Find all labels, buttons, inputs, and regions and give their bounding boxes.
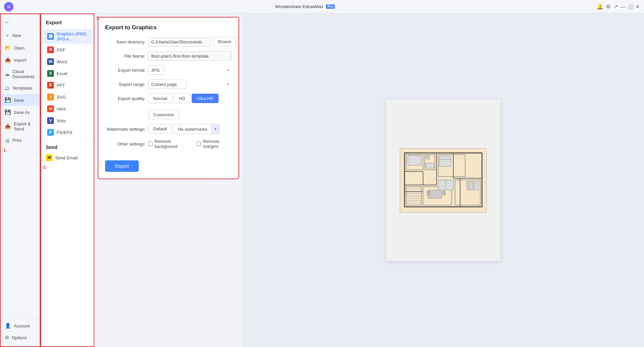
quality-hd-btn[interactable]: HD (174, 94, 190, 103)
nav-print-label: Print (12, 138, 22, 143)
nav-options[interactable]: ⚙ Options (1, 332, 40, 343)
title-bar-center: Wondershare EdrawMax Pro (275, 4, 335, 9)
toolbar-icon-grid[interactable]: ⚙ (606, 3, 611, 10)
export-form-panel: 3. Export to Graphics Save directory: Br… (98, 17, 239, 179)
remove-margins-checkbox[interactable]: Remove margins (197, 139, 232, 149)
watermark-dropdown-arrow[interactable]: ▾ (212, 124, 219, 134)
app-title: Wondershare EdrawMax (275, 4, 323, 9)
nav-account-label: Account (14, 323, 30, 328)
svg-rect-26 (443, 191, 445, 195)
nav-import[interactable]: 📥 Import (1, 54, 40, 66)
nav-save[interactable]: 💾 Save (1, 94, 40, 106)
step-2-label: 2. (41, 163, 94, 171)
export-item-graphics[interactable]: 🖼 Graphics (PNG, JPG e... (42, 29, 92, 44)
export-button[interactable]: Export (105, 160, 139, 172)
nav-save-label: Save (14, 98, 24, 103)
minimize-button[interactable]: — (620, 4, 625, 9)
export-item-ppt[interactable]: P PPT (42, 80, 92, 91)
back-button[interactable]: ← (1, 17, 40, 28)
nav-templates[interactable]: 🗂 Templates (1, 83, 40, 94)
save-directory-input[interactable] (148, 37, 211, 46)
save-as-icon: 💾 (5, 109, 11, 115)
export-format-label: Export format: (105, 68, 146, 73)
customize-button[interactable]: Customize (148, 110, 179, 119)
export-quality-label: Export quality: (105, 96, 146, 101)
export-item-visio[interactable]: V Visio (42, 115, 92, 126)
send-email[interactable]: ✉ Send Email (41, 152, 94, 163)
quality-normal-btn[interactable]: Normal (148, 94, 172, 103)
preview-area (243, 13, 644, 347)
ps-label: PS/EPS (57, 130, 72, 135)
export-item-excel[interactable]: X Excel (42, 68, 92, 79)
pdf-label: PDF (57, 48, 65, 53)
export-range-select[interactable]: Current page All pages Selected objects (148, 80, 187, 89)
export-range-select-wrap: Current page All pages Selected objects (148, 80, 232, 89)
remove-background-text: Remove background (155, 139, 190, 149)
nav-open-label: Open (14, 45, 25, 51)
title-bar-right: 🔔 ⚙ ↗ — ⬜ ✕ (597, 3, 640, 10)
export-item-word[interactable]: W Word (42, 56, 92, 67)
export-item-ps[interactable]: P PS/EPS (42, 127, 92, 138)
ps-icon: P (47, 129, 54, 136)
nav-save-as[interactable]: 💾 Save As (1, 106, 40, 118)
templates-icon: 🗂 (5, 85, 10, 91)
visio-label: Visio (57, 118, 66, 123)
step-3-label: 3. (96, 15, 100, 21)
browse-button[interactable]: Browse (214, 37, 236, 46)
nav-import-label: Import (14, 58, 26, 63)
svg-rect-24 (428, 190, 442, 198)
remove-margins-input[interactable] (197, 141, 201, 146)
nav-new[interactable]: ＋ New (1, 30, 40, 41)
account-icon: 👤 (5, 323, 11, 329)
watermark-label: Watermark settings: (105, 127, 146, 132)
remove-margins-text: Remove margins (203, 139, 232, 149)
export-form-title: Export to Graphics (105, 24, 232, 31)
save-icon: 💾 (5, 97, 11, 103)
file-name-label: File Name: (105, 54, 146, 59)
nav-print[interactable]: 🖨 Print (1, 135, 40, 146)
options-icon: ⚙ (5, 335, 9, 341)
visio-icon: V (47, 117, 54, 124)
nav-export-send-label: Export & Send (14, 121, 36, 131)
nav-templates-label: Templates (12, 86, 32, 91)
pro-badge: Pro (326, 4, 335, 9)
nav-cloud[interactable]: ☁ Cloud Documents (1, 66, 40, 82)
nav-export-send[interactable]: 📤 Export & Send (1, 119, 40, 134)
html-icon: H (47, 105, 54, 112)
import-icon: 📥 (5, 57, 11, 63)
export-item-pdf[interactable]: P PDF (42, 44, 92, 56)
toolbar-icon-share[interactable]: ↗ (613, 3, 618, 10)
nav-options-label: Options (12, 335, 27, 340)
other-settings-checkboxes: Remove background Remove margins (148, 139, 232, 149)
export-send-icon: 📤 (5, 123, 11, 129)
graphics-icon: 🖼 (47, 33, 54, 40)
svg-rect-16 (439, 156, 451, 159)
export-quality-row: Export quality: Normal HD Ultra HD Custo… (105, 94, 232, 119)
nav-open[interactable]: 📂 Open (1, 42, 40, 54)
nav-account[interactable]: 👤 Account (1, 320, 40, 332)
watermark-default-btn[interactable]: Default (148, 124, 172, 133)
toolbar-icon-bell[interactable]: 🔔 (597, 3, 603, 10)
svg-icon: S (47, 94, 54, 100)
nav-bottom: 👤 Account ⚙ Options (1, 318, 40, 344)
export-format-select[interactable]: JPG PNG BMP TIFF SVG (148, 65, 164, 75)
send-title: Send (41, 141, 94, 152)
close-button[interactable]: ✕ (635, 4, 640, 9)
quality-ultra-hd-btn[interactable]: Ultra HD (192, 94, 219, 103)
export-item-html[interactable]: H Html (42, 103, 92, 115)
html-label: Html (57, 106, 66, 112)
svg-rect-35 (438, 180, 453, 190)
watermark-group: Default No watermarks ▾ (148, 124, 220, 134)
export-btn-row: Export (105, 154, 232, 172)
svg-rect-13 (426, 163, 434, 168)
file-name-row: File Name: (105, 51, 232, 61)
maximize-button[interactable]: ⬜ (628, 4, 633, 9)
file-name-input[interactable] (148, 51, 232, 61)
export-item-svg[interactable]: S SVG (42, 91, 92, 103)
remove-background-input[interactable] (148, 141, 153, 146)
new-icon: ＋ (5, 32, 10, 39)
main-layout: ← ＋ New 📂 Open 📥 Import ☁ Cloud Document… (0, 13, 644, 347)
email-icon: ✉ (46, 154, 53, 161)
svg-label: SVG (57, 95, 66, 100)
remove-background-checkbox[interactable]: Remove background (148, 139, 190, 149)
